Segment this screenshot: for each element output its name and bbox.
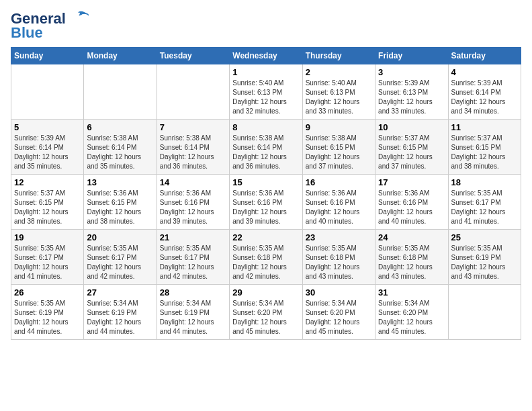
calendar-cell-1-1 — [11, 64, 84, 120]
day-info: Sunrise: 5:38 AM Sunset: 6:14 PM Dayligh… — [232, 134, 299, 171]
calendar-cell-2-1: 5Sunrise: 5:39 AM Sunset: 6:14 PM Daylig… — [11, 120, 84, 175]
day-info: Sunrise: 5:35 AM Sunset: 6:19 PM Dayligh… — [451, 244, 518, 281]
day-info: Sunrise: 5:35 AM Sunset: 6:17 PM Dayligh… — [451, 189, 518, 226]
day-number: 24 — [378, 232, 445, 242]
day-number: 27 — [87, 287, 153, 298]
weekday-header-saturday: Saturday — [448, 48, 521, 64]
calendar-cell-5-2: 27Sunrise: 5:34 AM Sunset: 6:19 PM Dayli… — [84, 285, 157, 340]
day-info: Sunrise: 5:35 AM Sunset: 6:19 PM Dayligh… — [14, 299, 81, 336]
day-info: Sunrise: 5:40 AM Sunset: 6:13 PM Dayligh… — [306, 79, 372, 116]
day-number: 7 — [160, 122, 226, 132]
calendar-week-1: 1Sunrise: 5:40 AM Sunset: 6:13 PM Daylig… — [11, 64, 521, 120]
day-info: Sunrise: 5:35 AM Sunset: 6:18 PM Dayligh… — [306, 244, 372, 281]
day-info: Sunrise: 5:34 AM Sunset: 6:20 PM Dayligh… — [306, 299, 372, 336]
calendar-cell-3-6: 17Sunrise: 5:36 AM Sunset: 6:16 PM Dayli… — [375, 175, 448, 230]
calendar-cell-4-2: 20Sunrise: 5:35 AM Sunset: 6:17 PM Dayli… — [84, 230, 157, 285]
weekday-header-monday: Monday — [84, 48, 157, 64]
day-number: 2 — [306, 67, 372, 77]
calendar-cell-2-7: 11Sunrise: 5:37 AM Sunset: 6:15 PM Dayli… — [448, 120, 521, 175]
day-info: Sunrise: 5:39 AM Sunset: 6:14 PM Dayligh… — [14, 134, 81, 171]
day-number: 4 — [451, 67, 518, 77]
calendar-cell-4-6: 24Sunrise: 5:35 AM Sunset: 6:18 PM Dayli… — [375, 230, 448, 285]
day-info: Sunrise: 5:36 AM Sunset: 6:16 PM Dayligh… — [160, 189, 226, 226]
logo-bird-icon — [67, 10, 89, 25]
day-number: 16 — [306, 177, 372, 187]
calendar-cell-4-4: 22Sunrise: 5:35 AM Sunset: 6:18 PM Dayli… — [230, 230, 302, 285]
calendar-cell-4-7: 25Sunrise: 5:35 AM Sunset: 6:19 PM Dayli… — [448, 230, 521, 285]
day-info: Sunrise: 5:39 AM Sunset: 6:13 PM Dayligh… — [378, 79, 445, 116]
day-number: 29 — [232, 287, 299, 298]
calendar-cell-3-7: 18Sunrise: 5:35 AM Sunset: 6:17 PM Dayli… — [448, 175, 521, 230]
day-number: 10 — [378, 122, 445, 132]
calendar-cell-5-7 — [448, 285, 521, 340]
day-number: 21 — [160, 232, 226, 242]
day-number: 6 — [87, 122, 153, 132]
calendar-cell-2-6: 10Sunrise: 5:37 AM Sunset: 6:15 PM Dayli… — [375, 120, 448, 175]
calendar-cell-1-4: 1Sunrise: 5:40 AM Sunset: 6:13 PM Daylig… — [230, 64, 302, 120]
day-number: 13 — [87, 177, 153, 187]
calendar-cell-4-3: 21Sunrise: 5:35 AM Sunset: 6:17 PM Dayli… — [157, 230, 229, 285]
day-info: Sunrise: 5:38 AM Sunset: 6:15 PM Dayligh… — [306, 134, 372, 171]
calendar-cell-4-5: 23Sunrise: 5:35 AM Sunset: 6:18 PM Dayli… — [302, 230, 375, 285]
calendar-table: SundayMondayTuesdayWednesdayThursdayFrid… — [11, 47, 521, 340]
day-info: Sunrise: 5:34 AM Sunset: 6:20 PM Dayligh… — [232, 299, 299, 336]
day-info: Sunrise: 5:36 AM Sunset: 6:16 PM Dayligh… — [232, 189, 299, 226]
weekday-header-friday: Friday — [375, 48, 448, 64]
day-info: Sunrise: 5:37 AM Sunset: 6:15 PM Dayligh… — [451, 134, 518, 171]
day-number: 12 — [14, 177, 81, 187]
day-number: 17 — [378, 177, 445, 187]
day-number: 15 — [232, 177, 299, 187]
weekday-header-tuesday: Tuesday — [157, 48, 229, 64]
calendar-cell-3-4: 15Sunrise: 5:36 AM Sunset: 6:16 PM Dayli… — [230, 175, 302, 230]
calendar-cell-3-3: 14Sunrise: 5:36 AM Sunset: 6:16 PM Dayli… — [157, 175, 229, 230]
day-number: 20 — [87, 232, 153, 242]
day-info: Sunrise: 5:36 AM Sunset: 6:15 PM Dayligh… — [87, 189, 153, 226]
day-number: 19 — [14, 232, 81, 242]
page-header: General Blue — [11, 11, 521, 42]
day-info: Sunrise: 5:35 AM Sunset: 6:17 PM Dayligh… — [14, 244, 81, 281]
calendar-week-2: 5Sunrise: 5:39 AM Sunset: 6:14 PM Daylig… — [11, 120, 521, 175]
calendar-cell-3-1: 12Sunrise: 5:37 AM Sunset: 6:15 PM Dayli… — [11, 175, 84, 230]
calendar-cell-2-3: 7Sunrise: 5:38 AM Sunset: 6:14 PM Daylig… — [157, 120, 229, 175]
day-info: Sunrise: 5:38 AM Sunset: 6:14 PM Dayligh… — [87, 134, 153, 171]
calendar-cell-1-7: 4Sunrise: 5:39 AM Sunset: 6:14 PM Daylig… — [448, 64, 521, 120]
day-info: Sunrise: 5:35 AM Sunset: 6:18 PM Dayligh… — [378, 244, 445, 281]
day-info: Sunrise: 5:34 AM Sunset: 6:19 PM Dayligh… — [87, 299, 153, 336]
day-number: 23 — [306, 232, 372, 242]
day-number: 25 — [451, 232, 518, 242]
calendar-cell-1-2 — [84, 64, 157, 120]
calendar-cell-5-1: 26Sunrise: 5:35 AM Sunset: 6:19 PM Dayli… — [11, 285, 84, 340]
day-number: 9 — [306, 122, 372, 132]
calendar-cell-5-3: 28Sunrise: 5:34 AM Sunset: 6:19 PM Dayli… — [157, 285, 229, 340]
day-info: Sunrise: 5:34 AM Sunset: 6:19 PM Dayligh… — [160, 299, 226, 336]
day-info: Sunrise: 5:38 AM Sunset: 6:14 PM Dayligh… — [160, 134, 226, 171]
weekday-header-thursday: Thursday — [302, 48, 375, 64]
day-number: 31 — [378, 287, 445, 298]
calendar-cell-1-6: 3Sunrise: 5:39 AM Sunset: 6:13 PM Daylig… — [375, 64, 448, 120]
day-info: Sunrise: 5:36 AM Sunset: 6:16 PM Dayligh… — [378, 189, 445, 226]
day-number: 8 — [232, 122, 299, 132]
day-info: Sunrise: 5:39 AM Sunset: 6:14 PM Dayligh… — [451, 79, 518, 116]
day-info: Sunrise: 5:34 AM Sunset: 6:20 PM Dayligh… — [378, 299, 445, 336]
day-number: 5 — [14, 122, 81, 132]
calendar-cell-5-5: 30Sunrise: 5:34 AM Sunset: 6:20 PM Dayli… — [302, 285, 375, 340]
logo-blue: Blue — [11, 24, 43, 42]
day-number: 3 — [378, 67, 445, 77]
calendar-week-4: 19Sunrise: 5:35 AM Sunset: 6:17 PM Dayli… — [11, 230, 521, 285]
weekday-header-wednesday: Wednesday — [230, 48, 302, 64]
logo: General Blue — [11, 11, 89, 42]
day-info: Sunrise: 5:35 AM Sunset: 6:17 PM Dayligh… — [87, 244, 153, 281]
day-info: Sunrise: 5:35 AM Sunset: 6:17 PM Dayligh… — [160, 244, 226, 281]
day-number: 14 — [160, 177, 226, 187]
calendar-cell-5-4: 29Sunrise: 5:34 AM Sunset: 6:20 PM Dayli… — [230, 285, 302, 340]
calendar-cell-3-5: 16Sunrise: 5:36 AM Sunset: 6:16 PM Dayli… — [302, 175, 375, 230]
calendar-cell-1-3 — [157, 64, 229, 120]
day-number: 11 — [451, 122, 518, 132]
day-number: 1 — [232, 67, 299, 77]
calendar-week-3: 12Sunrise: 5:37 AM Sunset: 6:15 PM Dayli… — [11, 175, 521, 230]
day-number: 22 — [232, 232, 299, 242]
day-number: 18 — [451, 177, 518, 187]
weekday-header-row: SundayMondayTuesdayWednesdayThursdayFrid… — [11, 48, 521, 64]
calendar-cell-2-5: 9Sunrise: 5:38 AM Sunset: 6:15 PM Daylig… — [302, 120, 375, 175]
calendar-cell-1-5: 2Sunrise: 5:40 AM Sunset: 6:13 PM Daylig… — [302, 64, 375, 120]
